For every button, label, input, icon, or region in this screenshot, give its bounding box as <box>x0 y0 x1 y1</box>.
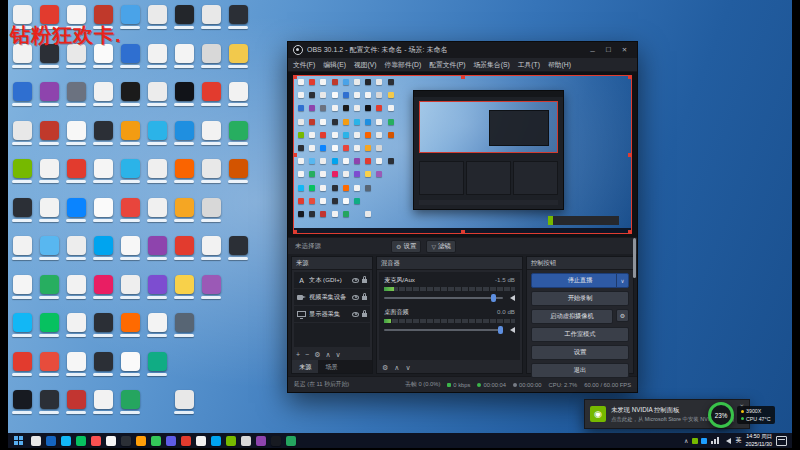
volume-icon[interactable] <box>723 438 731 444</box>
stop-streaming-button[interactable]: 停止直播∨ <box>531 273 629 288</box>
taskbar-app-icon[interactable] <box>271 436 281 446</box>
desktop-icon[interactable] <box>37 121 61 145</box>
desktop-icon[interactable] <box>145 121 169 145</box>
desktop-icon[interactable] <box>91 313 115 337</box>
exit-button[interactable]: 退出 <box>531 363 629 378</box>
desktop-icon[interactable] <box>226 5 250 29</box>
menu-item[interactable]: 工具(T) <box>518 60 540 70</box>
desktop-icon[interactable] <box>199 82 223 106</box>
desktop-icon[interactable] <box>172 82 196 106</box>
close-button[interactable]: ✕ <box>617 43 632 57</box>
desktop-icon[interactable] <box>199 275 223 299</box>
desktop-icon[interactable] <box>118 82 142 106</box>
taskbar-app-icon[interactable] <box>106 436 116 446</box>
desktop-icon[interactable] <box>172 236 196 260</box>
visibility-icon[interactable] <box>352 312 359 317</box>
source-row[interactable]: 文本 (GDI+) <box>294 272 370 289</box>
desktop-icon[interactable] <box>64 275 88 299</box>
desktop-icon[interactable] <box>172 198 196 222</box>
desktop-icon[interactable] <box>10 313 34 337</box>
desktop-icon[interactable] <box>226 44 250 68</box>
desktop-icon[interactable] <box>118 159 142 183</box>
desktop-icon[interactable] <box>64 390 88 414</box>
menu-item[interactable]: 配置文件(P) <box>429 60 465 70</box>
network-icon[interactable] <box>711 437 719 444</box>
tray-icon[interactable] <box>692 438 698 444</box>
taskbar-app-icon[interactable] <box>166 436 176 446</box>
move-source-up-icon[interactable]: ∧ <box>325 351 330 359</box>
desktop-icon[interactable] <box>118 236 142 260</box>
menu-item[interactable]: 帮助(H) <box>548 60 571 70</box>
menu-item[interactable]: 场景集合(S) <box>473 60 509 70</box>
desktop-icon[interactable] <box>10 275 34 299</box>
desktop-icon[interactable] <box>118 275 142 299</box>
desktop-icon[interactable] <box>145 236 169 260</box>
desktop-icon[interactable] <box>10 82 34 106</box>
desktop-icon[interactable] <box>10 352 34 376</box>
desktop-icon[interactable] <box>199 159 223 183</box>
desktop-icon[interactable] <box>145 275 169 299</box>
desktop-icon[interactable] <box>199 44 223 68</box>
dock-tab[interactable]: 场景 <box>318 360 344 373</box>
desktop-icon[interactable] <box>199 236 223 260</box>
lock-icon[interactable] <box>362 296 367 300</box>
desktop-icon[interactable] <box>199 198 223 222</box>
visibility-icon[interactable] <box>352 295 359 300</box>
desktop-icon[interactable] <box>172 313 196 337</box>
maximize-button[interactable]: ☐ <box>601 43 616 57</box>
selection-handle[interactable] <box>293 153 297 157</box>
desktop-icon[interactable] <box>172 159 196 183</box>
volume-slider-knob[interactable] <box>498 326 503 334</box>
tray-chevron-icon[interactable]: ∧ <box>684 437 688 444</box>
add-source-icon[interactable]: + <box>296 351 300 358</box>
start-button[interactable] <box>11 436 26 445</box>
desktop-icon[interactable] <box>37 82 61 106</box>
settings-button[interactable]: 设置 <box>531 345 629 360</box>
desktop-icon[interactable] <box>91 352 115 376</box>
taskbar-app-icon[interactable] <box>241 436 251 446</box>
source-row[interactable]: 视频采集设备 <box>294 289 370 306</box>
taskbar-app-icon[interactable] <box>91 436 101 446</box>
desktop-icon[interactable] <box>64 236 88 260</box>
taskbar-app-icon[interactable] <box>121 436 131 446</box>
desktop-icon[interactable] <box>172 5 196 29</box>
desktop-icon[interactable] <box>145 352 169 376</box>
desktop-icon[interactable] <box>64 82 88 106</box>
action-center-icon[interactable] <box>776 436 787 446</box>
studio-mode-button[interactable]: 工作室模式 <box>531 327 629 342</box>
desktop-icon[interactable] <box>118 313 142 337</box>
scrollbar[interactable] <box>633 238 636 278</box>
virtual-camera-settings-button[interactable]: ⚙ <box>616 309 629 322</box>
mixer-dock-title[interactable]: 混音器 <box>377 257 522 270</box>
desktop-icon[interactable] <box>145 313 169 337</box>
obs-titlebar[interactable]: OBS 30.1.2 - 配置文件: 未命名 - 场景: 未命名 ─☐✕ <box>288 42 637 58</box>
mute-icon[interactable] <box>507 327 515 333</box>
volume-slider[interactable] <box>384 329 503 331</box>
properties-button[interactable]: ⚙设置 <box>391 240 421 253</box>
desktop-icon[interactable] <box>37 159 61 183</box>
desktop-icon[interactable] <box>10 121 34 145</box>
desktop-icon[interactable] <box>10 198 34 222</box>
taskbar-app-icon[interactable] <box>196 436 206 446</box>
desktop-icon[interactable] <box>91 121 115 145</box>
desktop-icon[interactable] <box>91 275 115 299</box>
ime-indicator[interactable]: 英 <box>735 436 741 445</box>
desktop-icon[interactable] <box>118 198 142 222</box>
visibility-icon[interactable] <box>352 278 359 283</box>
taskbar-app-icon[interactable] <box>181 436 191 446</box>
source-properties-icon[interactable]: ⚙ <box>314 351 320 359</box>
move-source-down-icon[interactable]: ∨ <box>336 351 341 359</box>
mixer-up-icon[interactable]: ∧ <box>394 364 399 372</box>
desktop-icon[interactable] <box>10 236 34 260</box>
desktop-icon[interactable] <box>145 44 169 68</box>
taskbar-app-icon[interactable] <box>226 436 236 446</box>
virtual-camera-button[interactable]: 启动虚拟摄像机 <box>531 309 613 324</box>
desktop-icon[interactable] <box>91 236 115 260</box>
desktop-icon[interactable] <box>145 198 169 222</box>
volume-slider-knob[interactable] <box>491 294 496 302</box>
desktop-icon[interactable] <box>37 275 61 299</box>
desktop-icon[interactable] <box>145 159 169 183</box>
clock[interactable]: 14:50 周日 2025/11/30 <box>745 433 772 447</box>
desktop-icon[interactable] <box>145 82 169 106</box>
desktop-icon[interactable] <box>91 159 115 183</box>
